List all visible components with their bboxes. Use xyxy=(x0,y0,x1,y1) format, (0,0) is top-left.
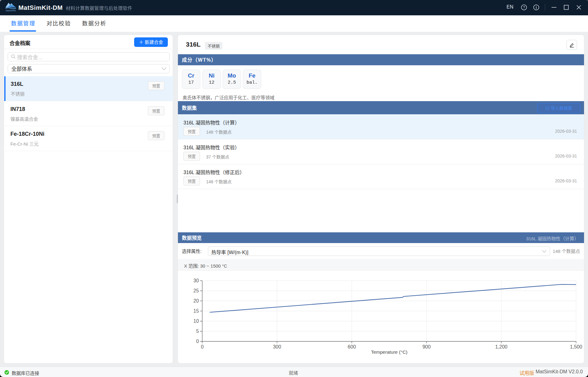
svg-text:10: 10 xyxy=(194,318,199,324)
svg-text:?: ? xyxy=(523,6,525,9)
svg-text:Temperature (°C): Temperature (°C) xyxy=(371,349,407,355)
svg-text:30: 30 xyxy=(194,278,199,283)
svg-text:0: 0 xyxy=(196,339,199,344)
svg-text:600: 600 xyxy=(348,344,356,349)
svg-text:25: 25 xyxy=(194,288,199,293)
svg-text:0: 0 xyxy=(201,344,204,349)
svg-text:MatSimKit: MatSimKit xyxy=(6,9,16,12)
svg-text:5: 5 xyxy=(196,329,199,334)
svg-text:900: 900 xyxy=(422,344,431,349)
svg-text:20: 20 xyxy=(194,298,199,303)
svg-text:1,500: 1,500 xyxy=(570,344,582,349)
svg-text:15: 15 xyxy=(194,308,199,314)
svg-text:300: 300 xyxy=(273,344,281,349)
svg-text:1,200: 1,200 xyxy=(495,344,507,349)
